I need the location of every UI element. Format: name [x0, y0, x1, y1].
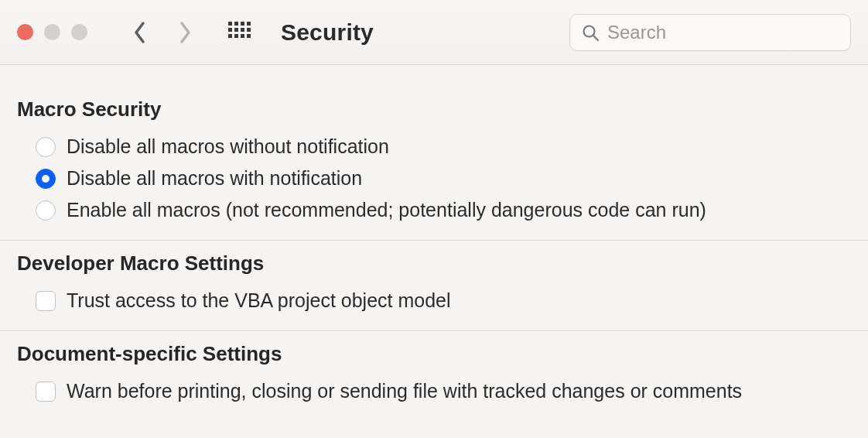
section-macro-security: Macro Security Disable all macros withou…: [0, 79, 868, 226]
svg-rect-5: [234, 28, 238, 32]
section-title-developer: Developer Macro Settings: [17, 241, 851, 285]
radio-label: Disable all macros with notification: [67, 167, 362, 190]
window-controls: [17, 24, 87, 40]
forward-button[interactable]: [177, 20, 193, 45]
radio-option-disable-with-notification[interactable]: Disable all macros with notification: [17, 163, 851, 194]
chevron-right-icon: [178, 21, 192, 44]
checkbox-option-trust-vba[interactable]: Trust access to the VBA project object m…: [17, 285, 851, 317]
svg-rect-8: [228, 34, 232, 38]
svg-rect-6: [241, 28, 244, 32]
radio-option-enable-all[interactable]: Enable all macros (not recommended; pote…: [17, 194, 851, 226]
checkbox-label: Trust access to the VBA project object m…: [67, 289, 451, 312]
svg-rect-7: [247, 28, 251, 32]
nav-group: [132, 20, 193, 45]
section-title-macro-security: Macro Security: [17, 79, 851, 131]
show-all-button[interactable]: [227, 20, 251, 45]
toolbar: Security: [0, 0, 868, 65]
svg-line-13: [593, 36, 598, 40]
svg-rect-0: [228, 22, 232, 26]
svg-rect-9: [234, 34, 238, 38]
chevron-left-icon: [133, 21, 147, 44]
grid-icon: [227, 21, 251, 44]
window-minimize-button[interactable]: [44, 24, 60, 40]
back-button[interactable]: [132, 20, 148, 45]
search-icon: [581, 23, 600, 42]
checkbox-option-warn-tracked-changes[interactable]: Warn before printing, closing or sending…: [17, 375, 851, 407]
search-input[interactable]: [607, 22, 839, 43]
svg-rect-4: [228, 28, 232, 32]
radio-option-disable-without-notification[interactable]: Disable all macros without notification: [17, 131, 851, 163]
radio-button[interactable]: [36, 200, 56, 221]
content: Macro Security Disable all macros withou…: [0, 65, 868, 407]
svg-rect-10: [241, 34, 244, 38]
svg-rect-1: [234, 22, 238, 26]
radio-button[interactable]: [36, 137, 56, 157]
search-field[interactable]: [569, 14, 851, 51]
svg-rect-11: [247, 34, 251, 38]
checkbox[interactable]: [36, 291, 56, 311]
radio-label: Enable all macros (not recommended; pote…: [67, 199, 706, 221]
window-maximize-button[interactable]: [71, 24, 87, 40]
section-developer-macro-settings: Developer Macro Settings Trust access to…: [0, 241, 868, 317]
section-document-specific: Document-specific Settings Warn before p…: [0, 331, 868, 407]
page-title: Security: [281, 19, 374, 46]
svg-rect-2: [241, 22, 244, 26]
checkbox[interactable]: [36, 382, 56, 402]
radio-button[interactable]: [36, 169, 56, 189]
checkbox-label: Warn before printing, closing or sending…: [67, 380, 742, 402]
svg-rect-3: [247, 22, 251, 26]
section-title-document-specific: Document-specific Settings: [17, 331, 851, 375]
window-close-button[interactable]: [17, 24, 33, 40]
radio-label: Disable all macros without notification: [67, 135, 389, 158]
